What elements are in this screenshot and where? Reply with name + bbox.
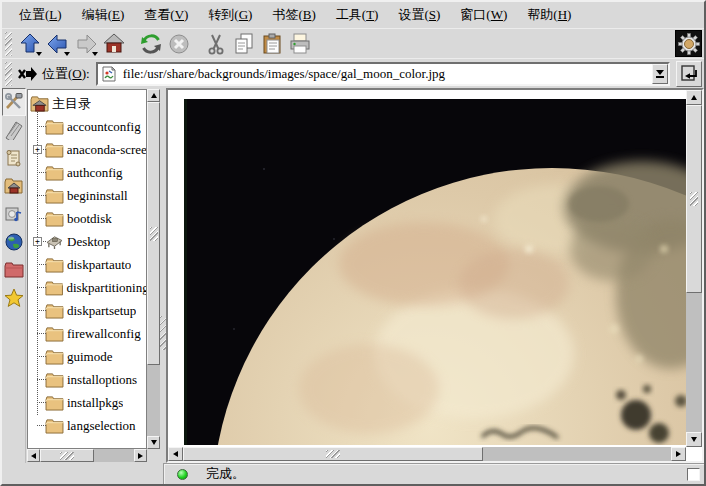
menu-item[interactable]: 查看(V) <box>135 4 197 26</box>
scroll-right-button[interactable] <box>671 447 686 461</box>
sidebar-tab-bookmarks-star[interactable] <box>2 284 26 312</box>
tree-item[interactable]: bootdisk <box>28 207 146 230</box>
folder-icon <box>45 165 64 181</box>
folder-icon <box>45 142 64 158</box>
scrollbar-thumb[interactable] <box>147 102 160 365</box>
chevron-down-icon <box>656 70 664 75</box>
scrollbar-thumb[interactable] <box>40 449 94 462</box>
tree-item-label: begininstall <box>67 188 128 204</box>
desktop-icon <box>45 234 64 250</box>
menu-item[interactable]: 工具(T) <box>327 4 388 26</box>
tree-item[interactable]: accountconfig <box>28 115 146 138</box>
tree-item-label: diskpartitioning <box>66 280 146 296</box>
view-vertical-scrollbar[interactable] <box>686 90 702 447</box>
tree-horizontal-scrollbar[interactable] <box>27 449 147 462</box>
paste-button[interactable] <box>258 30 286 58</box>
forward-button[interactable] <box>72 30 100 58</box>
location-input[interactable] <box>121 66 652 82</box>
history-scroll-icon <box>4 148 24 168</box>
red-folder-icon <box>4 260 24 280</box>
scroll-left-button[interactable] <box>27 449 40 462</box>
expander-plus-icon[interactable]: + <box>33 145 42 154</box>
scrollbar-thumb[interactable] <box>686 105 702 293</box>
menu-item[interactable]: 书签(B) <box>263 4 324 26</box>
folder-icon <box>45 257 64 273</box>
go-button[interactable] <box>676 61 702 87</box>
expander-plus-icon[interactable]: + <box>33 237 42 246</box>
tree-item[interactable]: diskpartsetup <box>28 299 146 322</box>
location-toolbar: 位置(O): <box>2 58 704 88</box>
copy-button[interactable] <box>230 30 258 58</box>
view-horizontal-scrollbar[interactable] <box>168 447 686 461</box>
tree-item[interactable]: diskpartitioning <box>28 276 146 299</box>
tree-item-label: bootdisk <box>67 211 112 227</box>
status-text: 完成。 <box>206 465 245 483</box>
menu-item[interactable]: 帮助(H) <box>518 4 580 26</box>
tree-item[interactable]: authconfig <box>28 161 146 184</box>
tree-item-label: diskpartauto <box>67 257 131 273</box>
menu-item[interactable]: 窗口(W) <box>451 4 516 26</box>
clear-location-button[interactable] <box>16 62 40 86</box>
location-combobox[interactable] <box>96 62 670 86</box>
folder-icon <box>45 395 64 411</box>
tree-item[interactable]: diskpartauto <box>28 253 146 276</box>
scroll-down-button[interactable] <box>686 432 702 447</box>
up-button[interactable] <box>16 30 44 58</box>
sidebar-tab-history[interactable] <box>2 144 26 172</box>
sidebar-tab-root-directory[interactable] <box>2 256 26 284</box>
scroll-up-button[interactable] <box>686 90 702 105</box>
kde-throbber <box>675 30 702 57</box>
back-button[interactable] <box>44 30 72 58</box>
tree-item[interactable]: firewallconfig <box>28 322 146 345</box>
tree-item-label: guimode <box>67 349 113 365</box>
reload-button[interactable] <box>137 30 165 58</box>
sidebar-tab-services[interactable] <box>2 200 26 228</box>
scroll-left-button[interactable] <box>168 447 183 461</box>
image-viewport[interactable] <box>168 90 686 447</box>
active-view-checkbox[interactable] <box>687 468 700 481</box>
home-icon <box>102 32 126 56</box>
menu-item[interactable]: 编辑(E) <box>73 4 134 26</box>
sidebar-tab-home-directory[interactable] <box>2 172 26 200</box>
scroll-right-button[interactable] <box>134 449 147 462</box>
sidebar-tab-tools[interactable] <box>2 88 26 116</box>
menu-item[interactable]: 设置(S) <box>389 4 449 26</box>
menu-item[interactable]: 转到(G) <box>199 4 261 26</box>
tree-item[interactable]: langselection <box>28 414 146 437</box>
image-view <box>166 88 704 463</box>
locationbar-drag-handle[interactable] <box>5 62 12 86</box>
tree-item-label: Desktop <box>67 234 110 250</box>
sidebar-tab-network[interactable] <box>2 228 26 256</box>
tree-item[interactable]: installpkgs <box>28 391 146 414</box>
scrollbar-thumb[interactable] <box>183 447 483 461</box>
scroll-up-button[interactable] <box>147 89 160 102</box>
folder-icon <box>45 418 64 434</box>
tree-item[interactable]: begininstall <box>28 184 146 207</box>
folder-tree-panel: 主目录 <box>26 88 160 463</box>
tree-item[interactable]: + anaconda-scree <box>28 138 146 161</box>
scroll-down-button[interactable] <box>147 436 160 449</box>
folder-icon <box>45 326 64 342</box>
bookmark-flag-icon <box>4 120 24 140</box>
tree-item[interactable]: + Desktop <box>28 230 146 253</box>
cut-button[interactable] <box>202 30 230 58</box>
menu-item[interactable]: 位置(L) <box>10 4 71 26</box>
home-button[interactable] <box>100 30 128 58</box>
location-label: 位置(O): <box>42 65 90 83</box>
folder-icon <box>45 349 64 365</box>
tree-item[interactable]: installoptions <box>28 368 146 391</box>
sidebar-tab-bookmark-flag[interactable] <box>2 116 26 144</box>
go-enter-icon <box>679 64 699 84</box>
tree-item-label: langselection <box>67 418 136 434</box>
folder-tree[interactable]: 主目录 <box>27 89 147 449</box>
stop-button[interactable] <box>165 30 193 58</box>
reload-icon <box>139 32 163 56</box>
tree-vertical-scrollbar[interactable] <box>147 89 160 449</box>
tree-item[interactable]: guimode <box>28 345 146 368</box>
tree-root-home[interactable]: 主目录 <box>28 92 146 115</box>
print-button[interactable] <box>286 30 314 58</box>
toolbar-drag-handle[interactable] <box>5 32 12 56</box>
location-dropdown-button[interactable] <box>652 64 668 84</box>
status-led-icon <box>177 469 188 480</box>
tree-item-label: diskpartsetup <box>67 303 136 319</box>
